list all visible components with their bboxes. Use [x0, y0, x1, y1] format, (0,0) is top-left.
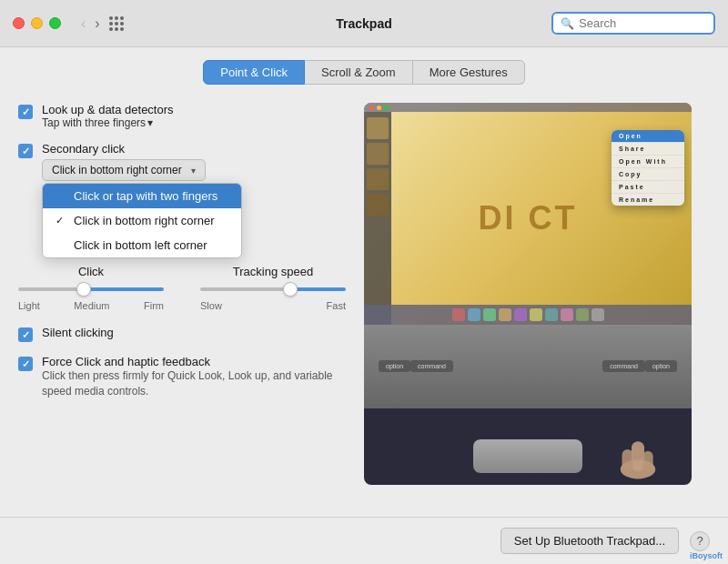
lookup-title: Look up & data detectors	[42, 103, 174, 116]
secondary-dropdown-wrapper: Secondary click Click in bottom right co…	[42, 142, 206, 181]
search-input[interactable]	[579, 16, 706, 30]
titlebar: ‹ › Trackpad 🔍	[0, 0, 728, 47]
grid-dot	[115, 22, 118, 25]
key-command-left: command	[410, 360, 453, 372]
grid-button[interactable]	[109, 16, 124, 31]
lookup-option-row: Look up & data detectors Tap with three …	[18, 103, 346, 129]
left-panel: Look up & data detectors Tap with three …	[18, 94, 364, 516]
hand-gesture-icon	[611, 418, 665, 481]
trackpad-area-wrapper	[469, 439, 587, 478]
svg-rect-1	[632, 441, 644, 471]
setup-bluetooth-button[interactable]: Set Up Bluetooth Trackpad...	[500, 528, 679, 554]
dropdown-item-label: Click in bottom left corner	[74, 238, 207, 252]
tracking-min-label: Slow	[200, 300, 222, 311]
click-slider-track[interactable]	[18, 287, 164, 291]
svg-rect-2	[622, 449, 633, 472]
dock-icon-1	[452, 308, 465, 321]
screen-dot-red	[369, 106, 374, 110]
minimize-button[interactable]	[31, 17, 43, 29]
grid-dot	[115, 27, 118, 31]
help-button[interactable]: ?	[690, 531, 710, 551]
force-click-checkbox[interactable]	[18, 357, 33, 371]
click-slider-thumb[interactable]	[76, 282, 91, 297]
dock-icon-9	[576, 308, 589, 321]
dropdown-arrow-icon: ▾	[191, 166, 196, 176]
lookup-dropdown-arrow: ▾	[147, 116, 153, 129]
watermark: iBoysoft	[690, 551, 723, 560]
dropdown-item-label: Click in bottom right corner	[74, 214, 215, 227]
check-mark-icon: ✓	[56, 215, 68, 227]
tracking-slider-group: Tracking speed Slow Fast	[200, 265, 346, 311]
silent-clicking-title: Silent clicking	[42, 326, 114, 339]
lookup-subtitle[interactable]: Tap with three fingers ▾	[42, 116, 174, 129]
tracking-slider-thumb[interactable]	[283, 282, 298, 297]
silent-clicking-row: Silent clicking	[18, 326, 346, 342]
grid-dot	[109, 16, 113, 20]
dock-icon-2	[468, 308, 480, 321]
back-button[interactable]: ‹	[77, 14, 89, 34]
grid-dot	[120, 16, 124, 20]
close-button[interactable]	[13, 17, 25, 29]
tracking-slider-sub-labels: Slow Fast	[200, 300, 346, 311]
thumb-4	[367, 194, 389, 216]
silent-clicking-checkbox[interactable]	[18, 327, 33, 342]
ctx-item-paste: Paste	[612, 181, 684, 194]
ctx-item-rename: Rename	[612, 194, 684, 206]
screen-dot-green	[384, 106, 389, 110]
secondary-title: Secondary click	[42, 142, 206, 156]
keyboard-area: option command command option	[364, 325, 692, 408]
secondary-dropdown-value: Click in bottom right corner	[52, 164, 182, 176]
main-content: Look up & data detectors Tap with three …	[0, 94, 728, 516]
secondary-click-section: Secondary click Click in bottom right co…	[18, 142, 346, 181]
trackpad-surface	[473, 439, 582, 474]
tracking-max-label: Fast	[327, 300, 346, 311]
screen-bar	[364, 103, 692, 112]
dock-icon-5	[514, 308, 527, 321]
secondary-checkbox[interactable]	[18, 144, 33, 158]
silent-clicking-text: Silent clicking	[42, 326, 114, 339]
screen-preview: DI CT Open Share Open With Copy Paste Re…	[364, 103, 692, 325]
dock-icon-4	[499, 308, 511, 321]
dock-icon-8	[561, 308, 573, 321]
maximize-button[interactable]	[49, 17, 61, 29]
traffic-lights	[13, 17, 61, 29]
dropdown-item-two-fingers[interactable]: Click or tap with two fingers	[43, 184, 241, 208]
key-option-right-block: option	[645, 360, 677, 372]
lookup-text: Look up & data detectors Tap with three …	[42, 103, 174, 129]
lookup-checkbox[interactable]	[18, 105, 33, 119]
force-click-title: Force Click and haptic feedback	[42, 355, 333, 368]
click-min-label: Light	[18, 300, 40, 311]
secondary-dropdown-button[interactable]: Click in bottom right corner ▾	[42, 159, 206, 181]
dropdown-item-bottom-right[interactable]: ✓ Click in bottom right corner	[43, 208, 241, 233]
screen-content: DI CT Open Share Open With Copy Paste Re…	[364, 112, 692, 325]
thumb-2	[367, 143, 389, 165]
window-title: Trackpad	[336, 16, 391, 31]
laptop-body-area: option command command option	[364, 325, 692, 408]
svg-rect-3	[642, 451, 652, 472]
click-slider-group: Click Light Medium Firm	[18, 265, 164, 311]
ctx-item-openwith: Open With	[612, 156, 684, 168]
right-panel: DI CT Open Share Open With Copy Paste Re…	[364, 94, 710, 516]
search-icon: 🔍	[561, 17, 574, 30]
dock-bar	[364, 305, 692, 325]
forward-button[interactable]: ›	[91, 14, 103, 34]
screen-text: DI CT	[479, 199, 578, 237]
tracking-slider-track[interactable]	[200, 287, 346, 291]
grid-dot	[120, 22, 124, 25]
click-slider-sub-labels: Light Medium Firm	[18, 300, 164, 311]
key-command-left-block: command	[410, 360, 453, 372]
click-mid-label: Medium	[74, 300, 109, 311]
dropdown-item-bottom-left[interactable]: Click in bottom left corner	[43, 233, 241, 257]
bottom-options: Silent clicking Force Click and haptic f…	[18, 326, 346, 399]
tab-more-gestures[interactable]: More Gestures	[413, 60, 525, 85]
ctx-item-share: Share	[612, 143, 684, 156]
key-command-right-block: command	[602, 360, 645, 372]
tab-scroll-zoom[interactable]: Scroll & Zoom	[305, 60, 413, 85]
ctx-item-open: Open	[612, 130, 684, 143]
tab-point-click[interactable]: Point & Click	[203, 60, 305, 85]
tracking-slider-label: Tracking speed	[233, 265, 313, 278]
dock-icon-10	[592, 308, 604, 321]
bottom-bar: Set Up Bluetooth Trackpad... ?	[0, 517, 728, 564]
ctx-item-copy: Copy	[612, 168, 684, 181]
search-bar[interactable]: 🔍	[551, 12, 715, 35]
